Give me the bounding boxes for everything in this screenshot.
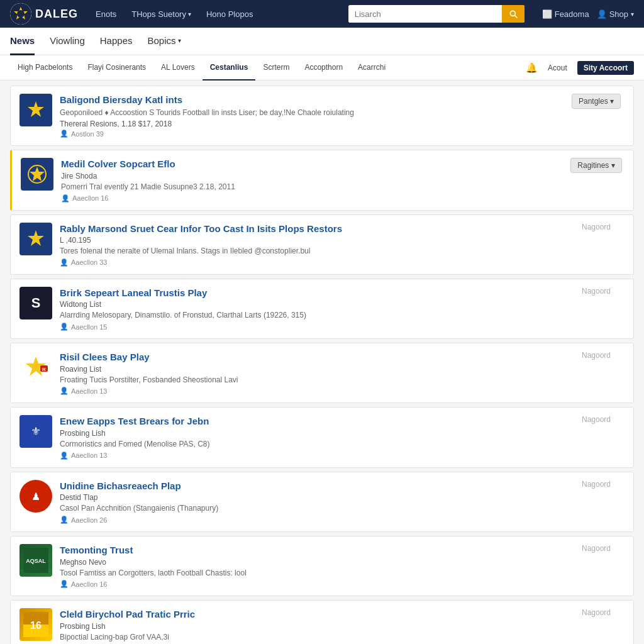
news-body-5: Risil Clees Bay Play Roaving List Froati… xyxy=(60,351,560,395)
filter-accopthorn[interactable]: Accopthorn xyxy=(297,55,350,80)
filter-cestanlius[interactable]: Cestanlius xyxy=(203,55,256,80)
news-desc-7: Casol Pan Acchnition (Stangaienis (Thana… xyxy=(60,503,560,514)
user-icon: 👤 xyxy=(597,9,607,19)
news-item: Medil Colver Sopcart Eflo Jire Shoda Pom… xyxy=(10,150,634,210)
news-body-1: Baligond Biersday Katl ints Geoponiloed … xyxy=(60,94,560,138)
news-item: 16 Cleld Birychol Pad Tratic Prric Prosb… xyxy=(10,600,634,644)
star-logo-icon: R xyxy=(23,354,49,380)
tag-label-5: Nagoord xyxy=(582,351,611,360)
tag-button-1[interactable]: Pantgles ▾ xyxy=(572,94,621,109)
user-meta-icon: 👤 xyxy=(60,323,69,331)
news-item: Rably Marsond Sruet Cear Infor Too Cast … xyxy=(10,214,634,275)
news-subtitle-1: Geoponiloed ♦ Accoostion S Tourids Footb… xyxy=(60,108,560,118)
news-right-5: Nagoord xyxy=(568,351,625,360)
acout-button[interactable]: Acout xyxy=(543,64,572,72)
news-title-6[interactable]: Enew Eapps Test Brears for Jebn xyxy=(60,415,560,428)
filter-flayi[interactable]: Flayi Cosinerants xyxy=(80,55,153,80)
news-subtitle-4: Widtong List xyxy=(60,300,560,309)
news-title-8[interactable]: Temonting Trust xyxy=(60,544,560,557)
tag-label-9: Nagoord xyxy=(582,608,611,617)
news-title-7[interactable]: Unidine Bichasreaech Plap xyxy=(60,480,560,492)
news-meta-5: 👤 Aaecllon 13 xyxy=(60,387,560,395)
sity-accoort-button[interactable]: Sity Accoort xyxy=(577,61,634,75)
nav-feadoma[interactable]: ⬜ Feadoma xyxy=(542,9,589,19)
news-desc-2: Pomerri Tral evently 21 Madie Susupne3 2… xyxy=(61,182,560,192)
main-content: Baligond Biersday Katl ints Geoponiloed … xyxy=(0,80,644,644)
news-title-3[interactable]: Rably Marsond Sruet Cear Infor Too Cast … xyxy=(60,223,560,235)
top-navigation: DALEG Enots THops Suetory ▾ Hono Plopos … xyxy=(0,0,644,28)
nav-enots[interactable]: Enots xyxy=(93,9,119,19)
news-item: R Risil Clees Bay Play Roaving List Froa… xyxy=(10,343,634,403)
user-meta-icon: 👤 xyxy=(60,516,69,524)
nav-thops[interactable]: THops Suetory ▾ xyxy=(129,9,194,19)
tab-viowling[interactable]: Viowling xyxy=(50,28,85,55)
news-item: ♟ Unidine Bichasreaech Plap Destid Tlap … xyxy=(10,472,634,532)
secondary-navigation: News Viowling Happes Bopics ▾ xyxy=(0,28,644,55)
news-title-1[interactable]: Baligond Biersday Katl ints xyxy=(60,94,560,106)
news-logo-8: AQSAL xyxy=(19,544,52,577)
filter-right-actions: 🔔 Acout Sity Accoort xyxy=(526,61,634,75)
news-meta-8: 👤 Aaecllon 16 xyxy=(60,580,560,588)
news-subtitle-7: Destid Tlap xyxy=(60,493,560,502)
user-meta-icon: 👤 xyxy=(61,194,70,203)
news-meta-3: 👤 Aaecllon 33 xyxy=(60,258,560,267)
nav-shop[interactable]: 👤 Shop ▾ xyxy=(597,9,634,19)
news-desc-4: Alarrding Melosopary, Dinamstilo. of Fro… xyxy=(60,310,560,321)
search-input[interactable] xyxy=(348,6,502,23)
bell-icon[interactable]: 🔔 xyxy=(526,62,538,74)
user-meta-icon: 👤 xyxy=(60,258,69,267)
svg-text:⚜: ⚜ xyxy=(31,425,41,438)
user-meta-icon: 👤 xyxy=(60,580,69,588)
news-meta-6: 👤 Aaecllon 13 xyxy=(60,452,560,460)
tab-happes[interactable]: Happes xyxy=(100,28,133,55)
news-meta-4: 👤 Aaecllon 15 xyxy=(60,323,560,331)
tab-news[interactable]: News xyxy=(10,28,35,55)
news-meta-2: 👤 Aaecllon 16 xyxy=(61,194,560,203)
svg-text:♟: ♟ xyxy=(31,491,40,502)
news-logo-5: R xyxy=(19,351,52,384)
news-title-9[interactable]: Cleld Birychol Pad Tratic Prric xyxy=(60,608,560,621)
news-logo-4: S xyxy=(19,287,52,319)
svg-text:16: 16 xyxy=(30,620,42,631)
filter-high-pacbelonts[interactable]: High Pacbelonts xyxy=(10,55,80,80)
news-title-5[interactable]: Risil Clees Bay Play xyxy=(60,351,560,364)
numbered-logo-icon: 16 xyxy=(23,612,48,637)
news-body-6: Enew Eapps Test Brears for Jebn Prosbing… xyxy=(60,415,560,459)
tab-bopics[interactable]: Bopics ▾ xyxy=(147,28,180,55)
news-item: ⚜ Enew Eapps Test Brears for Jebn Prosbi… xyxy=(10,407,634,467)
svg-text:R: R xyxy=(42,367,46,372)
chevron-down-icon: ▾ xyxy=(178,37,181,44)
logo-icon xyxy=(10,3,31,25)
aqsal-logo-icon: AQSAL xyxy=(23,548,48,573)
news-logo-7: ♟ xyxy=(19,480,52,513)
filter-scrterm[interactable]: Scrterm xyxy=(255,55,297,80)
search-icon xyxy=(508,9,518,19)
tag-label-4: Nagoord xyxy=(582,287,611,296)
right-nav: ⬜ Feadoma 👤 Shop ▾ xyxy=(542,9,634,19)
search-button[interactable] xyxy=(502,5,525,23)
filter-acarrchi[interactable]: Acarrchi xyxy=(350,55,393,80)
svg-point-2 xyxy=(17,10,25,18)
news-logo-9: 16 xyxy=(19,608,52,641)
logo-area[interactable]: DALEG xyxy=(10,3,78,25)
news-title-4[interactable]: Brirk Sepeart Laneal Trustis Play xyxy=(60,287,560,299)
nav-hono[interactable]: Hono Plopos xyxy=(204,9,255,19)
news-body-8: Temonting Trust Meghso Nevo Tosol Famtis… xyxy=(60,544,560,588)
news-right-2: Ragitines ▾ xyxy=(568,158,625,173)
news-item: AQSAL Temonting Trust Meghso Nevo Tosol … xyxy=(10,536,634,596)
crest-logo-icon: ⚜ xyxy=(23,419,48,444)
tag-button-2[interactable]: Ragitines ▾ xyxy=(570,158,621,173)
news-desc-9: Bipoctial Lacing-bap Grof VAA,3i xyxy=(60,632,560,643)
news-item: S Brirk Sepeart Laneal Trustis Play Widt… xyxy=(10,279,634,339)
news-desc-3: Tores folenal the neralte of Ulemal Inla… xyxy=(60,246,560,257)
screen-icon: ⬜ xyxy=(542,9,552,19)
news-right-4: Nagoord xyxy=(568,287,625,296)
chevron-down-icon: ▾ xyxy=(188,11,191,18)
filter-al-lovers[interactable]: AL Lovers xyxy=(153,55,203,80)
logo-text: DALEG xyxy=(35,8,78,21)
news-subtitle-9: Prosbing Lish xyxy=(60,622,560,631)
news-subtitle-5: Roaving List xyxy=(60,365,560,374)
user-meta-icon: 👤 xyxy=(60,130,69,138)
news-title-2[interactable]: Medil Colver Sopcart Eflo xyxy=(61,158,560,170)
news-subtitle-8: Meghso Nevo xyxy=(60,558,560,567)
